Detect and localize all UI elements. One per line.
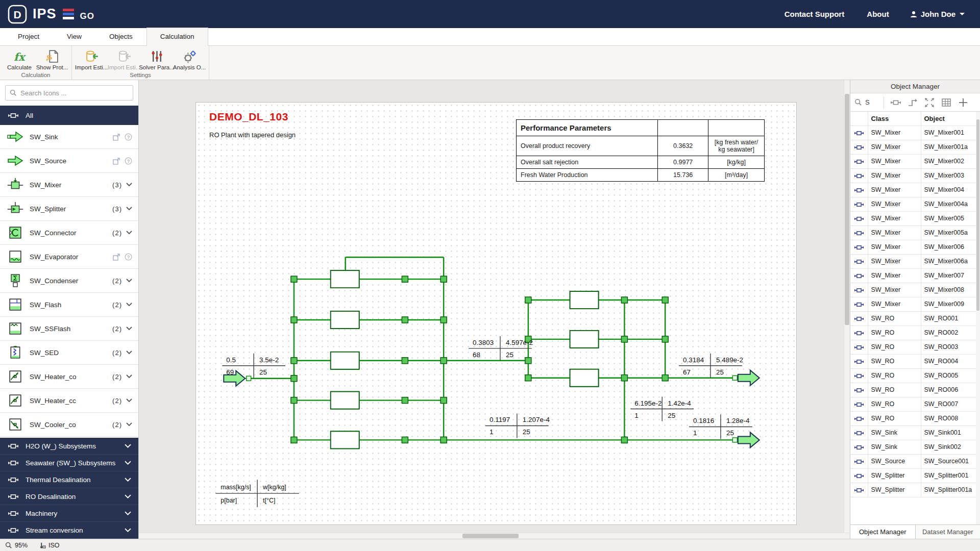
object-row[interactable]: SW_Mixer SW_Mixer002 (850, 154, 976, 168)
sidebar-item[interactable]: SW_Cooler_co (2) (0, 413, 138, 437)
junction-node[interactable] (621, 375, 627, 381)
open-external-icon[interactable] (113, 133, 120, 141)
object-row[interactable]: SW_Mixer SW_Mixer001 (850, 126, 976, 140)
object-row[interactable]: SW_RO SW_RO002 (850, 325, 976, 340)
ribbon-tab[interactable]: Project (4, 28, 53, 45)
chevron-down-icon[interactable] (126, 279, 132, 283)
ribbon-button[interactable]: Show Prot... (36, 48, 68, 70)
ribbon-button[interactable]: Solver Para... (140, 48, 173, 70)
object-search-input[interactable] (865, 98, 878, 106)
sidebar-item[interactable]: SW_Evaporator (0, 245, 138, 269)
ro-module[interactable] (331, 352, 359, 369)
chevron-down-icon[interactable] (126, 327, 132, 331)
ro-module[interactable] (570, 331, 599, 348)
junction-node[interactable] (440, 437, 447, 443)
object-row[interactable]: SW_Mixer SW_Mixer005 (850, 211, 976, 226)
sidebar-search-input[interactable] (20, 89, 129, 97)
chevron-down-icon[interactable] (126, 183, 132, 187)
object-row[interactable]: SW_Source SW_Source001 (850, 454, 976, 468)
chevron-down-icon[interactable] (126, 303, 132, 307)
object-row[interactable]: SW_RO SW_RO007 (850, 397, 976, 411)
junction-node[interactable] (402, 276, 408, 282)
junction-node[interactable] (621, 336, 627, 342)
sidebar-item-all[interactable]: All (0, 106, 138, 125)
fit-view-button[interactable] (924, 97, 935, 108)
object-row[interactable]: SW_Mixer SW_Mixer006 (850, 240, 976, 254)
sidebar-item[interactable]: SW_Heater_cc (2) (0, 389, 138, 413)
scrollbar-thumb[interactable] (976, 119, 979, 311)
junction-node[interactable] (662, 336, 668, 342)
junction-node[interactable] (291, 437, 297, 443)
column-header-class[interactable]: Class (868, 112, 921, 126)
junction-node[interactable] (525, 358, 531, 364)
object-row[interactable]: SW_Mixer SW_Mixer004a (850, 197, 976, 211)
sidebar-section[interactable]: Thermal Desalination (0, 471, 138, 488)
ro-module[interactable] (331, 270, 359, 288)
ribbon-button[interactable]: Analysis O... (173, 48, 206, 70)
user-menu[interactable]: John Doe (910, 10, 965, 18)
canvas-vertical-scrollbar[interactable] (844, 80, 850, 533)
ro-module[interactable] (331, 311, 359, 329)
sidebar-section[interactable]: RO Desalination (0, 488, 138, 505)
object-row[interactable]: SW_RO SW_RO008 (850, 411, 976, 425)
junction-node[interactable] (402, 437, 408, 443)
object-row[interactable]: SW_Mixer SW_Mixer009 (850, 297, 976, 311)
chevron-down-icon[interactable] (126, 374, 132, 379)
object-row[interactable]: SW_RO SW_RO004 (850, 354, 976, 368)
junction-node[interactable] (402, 397, 408, 404)
object-row[interactable]: SW_Mixer SW_Mixer001a (850, 140, 976, 154)
junction-node[interactable] (440, 276, 447, 282)
unit-system[interactable]: ISO (39, 542, 60, 549)
sidebar-item[interactable]: SW_Source (0, 149, 138, 173)
object-row[interactable]: SW_Splitter SW_Splitter001 (850, 468, 976, 483)
object-row[interactable]: SW_Sink SW_Sink001 (850, 425, 976, 440)
add-object-button[interactable] (958, 97, 968, 108)
ribbon-tab[interactable]: Objects (95, 28, 146, 45)
sidebar-item[interactable]: SW_Condenser (2) (0, 269, 138, 293)
sidebar-item[interactable]: SW_Heater_co (2) (0, 365, 138, 389)
help-icon[interactable] (125, 133, 132, 141)
ribbon-tab[interactable]: View (53, 28, 95, 45)
junction-node[interactable] (291, 375, 297, 382)
sidebar-item[interactable]: SW_Flash (2) (0, 293, 138, 317)
ribbon-button[interactable]: Import Esti... (75, 48, 108, 70)
stream-arrow[interactable] (738, 432, 760, 447)
junction-node[interactable] (440, 317, 447, 323)
sidebar-section[interactable]: Machinery (0, 505, 138, 522)
panel-tab[interactable]: Object Manager (850, 525, 916, 539)
stream-arrow[interactable] (738, 370, 760, 386)
show-components-button[interactable] (891, 97, 901, 108)
show-connections-button[interactable] (908, 97, 918, 108)
junction-node[interactable] (402, 317, 408, 323)
junction-node[interactable] (440, 358, 447, 364)
chevron-down-icon[interactable] (126, 207, 132, 211)
junction-node[interactable] (662, 297, 668, 303)
scrollbar-thumb[interactable] (462, 534, 519, 538)
header-link[interactable]: About (867, 10, 889, 18)
junction-node[interactable] (291, 358, 297, 364)
junction-node[interactable] (621, 437, 627, 443)
ro-module[interactable] (570, 369, 599, 387)
object-row[interactable]: SW_RO SW_RO003 (850, 340, 976, 354)
object-row[interactable]: SW_Mixer SW_Mixer004 (850, 183, 976, 197)
ribbon-tab[interactable]: Calculation (146, 28, 208, 46)
object-row[interactable]: SW_RO SW_RO005 (850, 368, 976, 383)
canvas-horizontal-scrollbar[interactable] (139, 533, 850, 539)
table-view-button[interactable] (941, 97, 951, 108)
sidebar-section[interactable]: Seawater (SW_) Subsystems (0, 455, 138, 471)
junction-node[interactable] (525, 297, 531, 303)
junction-node[interactable] (291, 276, 297, 282)
junction-node[interactable] (621, 297, 627, 303)
ro-module[interactable] (331, 431, 359, 448)
sidebar-item[interactable]: SW_Splitter (3) (0, 197, 138, 221)
junction-node[interactable] (402, 358, 408, 364)
sidebar-section[interactable]: H2O (W_) Subsystems (0, 438, 138, 455)
ribbon-button[interactable]: Calculate (3, 48, 36, 70)
object-row[interactable]: SW_Sink SW_Sink002 (850, 440, 976, 454)
junction-node[interactable] (291, 397, 297, 404)
help-icon[interactable] (125, 253, 132, 261)
flowsheet-page[interactable]: DEMO_DL_103 RO Plant with tapered design (195, 102, 797, 525)
sidebar-item[interactable]: SW_SSFlash (2) (0, 317, 138, 341)
header-link[interactable]: Contact Support (785, 10, 847, 18)
chevron-down-icon[interactable] (126, 422, 132, 427)
